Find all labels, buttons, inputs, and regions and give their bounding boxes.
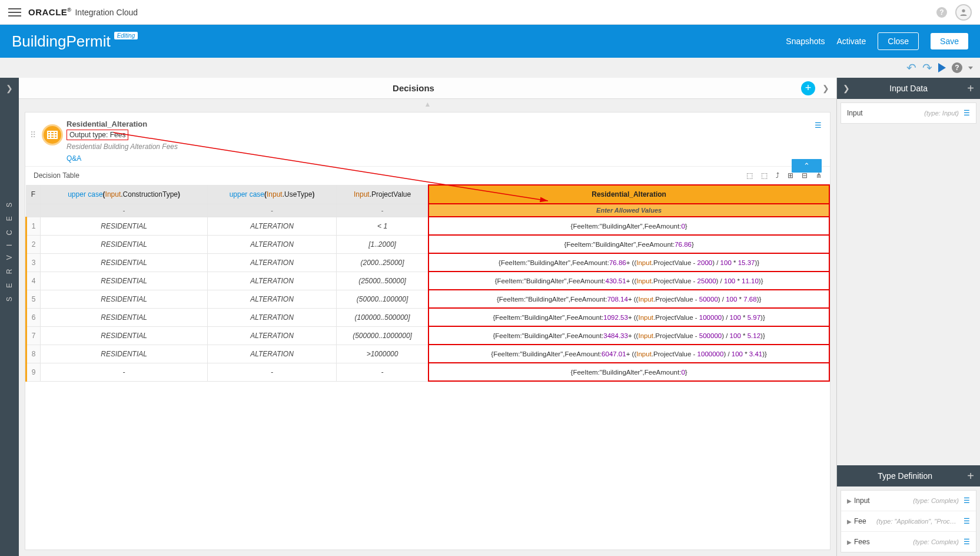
cell-value[interactable]: ALTERATION (208, 290, 337, 308)
cell-value[interactable]: - (41, 363, 208, 381)
cell-value[interactable]: [1..2000] (336, 235, 428, 253)
output-cell[interactable]: {FeeItem:"BuildingAlter",FeeAmount:430.5… (428, 272, 829, 290)
page-header-bar: BuildingPermit Editing Snapshots Activat… (0, 25, 980, 58)
table-row[interactable]: 7RESIDENTIALALTERATION(500000..1000000]{… (26, 326, 830, 345)
services-rail[interactable]: ❯ S E R V I C E S (0, 78, 19, 556)
cell-value[interactable]: (25000..50000] (336, 272, 428, 290)
cell-value[interactable]: ALTERATION (208, 326, 337, 345)
add-type-icon[interactable]: + (967, 469, 974, 483)
cell-value[interactable]: ALTERATION (208, 235, 337, 253)
item-menu-icon[interactable]: ☰ (964, 497, 970, 505)
cell-value[interactable]: (100000..500000] (336, 308, 428, 326)
cell-value[interactable]: ALTERATION (208, 308, 337, 326)
output-cell[interactable]: {FeeItem:"BuildingAlter",FeeAmount:3484.… (428, 326, 829, 345)
input-item[interactable]: Input (type: Input) ☰ (841, 103, 976, 123)
sub-output-allowed[interactable]: Enter Allowed Values (428, 204, 829, 217)
cell-value[interactable]: ALTERATION (208, 253, 337, 272)
item-menu-icon[interactable]: ☰ (964, 538, 970, 546)
output-cell[interactable]: {FeeItem:"BuildingAlter",FeeAmount:1092.… (428, 308, 829, 326)
cell-value[interactable]: (500000..1000000] (336, 326, 428, 345)
table-row[interactable]: 6RESIDENTIALALTERATION(100000..500000]{F… (26, 308, 830, 326)
cell-value[interactable]: RESIDENTIAL (41, 326, 208, 345)
item-menu-icon[interactable]: ☰ (964, 517, 970, 525)
cell-value[interactable]: (50000..100000] (336, 290, 428, 308)
cell-value[interactable]: RESIDENTIAL (41, 272, 208, 290)
sub-dash: - (41, 204, 208, 217)
hamburger-menu-icon[interactable] (8, 6, 21, 19)
chevron-right-icon[interactable]: ❯ (843, 84, 850, 93)
cell-value[interactable]: ALTERATION (208, 272, 337, 290)
run-icon[interactable] (938, 63, 946, 72)
dt-tool-icon-3[interactable]: ⤴ (776, 171, 779, 180)
cell-value[interactable]: - (208, 363, 337, 381)
dropdown-caret-icon[interactable] (968, 67, 973, 70)
cell-value[interactable]: (2000..25000] (336, 253, 428, 272)
type-item[interactable]: ▶Fee(type: "Application", "Processing", … (841, 511, 976, 532)
decision-card: ⠿ Residential_Alteration Output type: Fe… (25, 112, 830, 550)
save-button[interactable]: Save (931, 33, 968, 49)
type-item[interactable]: ▶Fees(type: Complex)☰ (841, 532, 976, 552)
table-row[interactable]: 4RESIDENTIALALTERATION(25000..50000]{Fee… (26, 272, 830, 290)
add-decision-button[interactable]: + (801, 81, 815, 95)
collapse-chevron-icon[interactable]: ▲ (19, 99, 836, 110)
chevron-right-icon[interactable]: ▶ (847, 498, 852, 504)
cell-value[interactable]: RESIDENTIAL (41, 290, 208, 308)
help-icon[interactable]: ? (952, 62, 962, 73)
dt-tool-icon-5[interactable]: ⊟ (802, 171, 808, 180)
collapse-button[interactable]: ⌃ (792, 159, 822, 173)
cell-value[interactable]: RESIDENTIAL (41, 235, 208, 253)
dt-tool-icon-1[interactable]: ⬚ (746, 171, 753, 180)
editing-badge: Editing (114, 32, 138, 39)
output-cell[interactable]: {FeeItem:"BuildingAlter",FeeAmount:708.1… (428, 290, 829, 308)
row-number: 5 (26, 290, 41, 308)
cell-value[interactable]: < 1 (336, 217, 428, 235)
cell-value[interactable]: RESIDENTIAL (41, 253, 208, 272)
type-list: ▶Input(type: Complex)☰▶Fee(type: "Applic… (841, 490, 976, 552)
output-cell[interactable]: {FeeItem:"BuildingAlter",FeeAmount:0} (428, 363, 829, 381)
col-output[interactable]: Residential_Alteration (428, 185, 829, 204)
cell-value[interactable]: RESIDENTIAL (41, 308, 208, 326)
cell-value[interactable]: RESIDENTIAL (41, 217, 208, 235)
undo-icon[interactable]: ↶ (906, 61, 916, 75)
table-row[interactable]: 3RESIDENTIALALTERATION(2000..25000]{FeeI… (26, 253, 830, 272)
redo-icon[interactable]: ↷ (922, 61, 932, 75)
cell-value[interactable]: ALTERATION (208, 345, 337, 363)
col-construction-type[interactable]: upper case(Input.ConstructionType) (41, 185, 208, 204)
item-menu-icon[interactable]: ☰ (964, 109, 970, 117)
output-cell[interactable]: {FeeItem:"BuildingAlter",FeeAmount:0} (428, 217, 829, 235)
cell-value[interactable]: ALTERATION (208, 217, 337, 235)
user-avatar-icon[interactable] (955, 4, 972, 21)
output-cell[interactable]: {FeeItem:"BuildingAlter",FeeAmount:76.86… (428, 253, 829, 272)
snapshots-link[interactable]: Snapshots (786, 37, 825, 46)
table-row[interactable]: 8RESIDENTIALALTERATION>1000000{FeeItem:"… (26, 345, 830, 363)
dt-tool-icon-2[interactable]: ⬚ (761, 171, 768, 180)
output-cell[interactable]: {FeeItem:"BuildingAlter",FeeAmount:76.86… (428, 235, 829, 253)
activate-link[interactable]: Activate (836, 37, 866, 46)
panel-toggle-icon[interactable]: ❯ (822, 84, 829, 93)
qa-link[interactable]: Q&A (67, 154, 81, 163)
card-menu-icon[interactable]: ☰ (815, 121, 822, 130)
table-row[interactable]: 2RESIDENTIALALTERATION[1..2000]{FeeItem:… (26, 235, 830, 253)
close-button[interactable]: Close (878, 32, 919, 50)
dt-tool-icon-6[interactable]: ⋔ (816, 171, 822, 180)
help-icon[interactable]: ? (936, 7, 947, 18)
drag-handle-icon[interactable]: ⠿ (30, 130, 36, 140)
chevron-right-icon[interactable]: ❯ (6, 84, 13, 93)
chevron-right-icon[interactable]: ▶ (847, 518, 852, 525)
row-number: 6 (26, 308, 41, 326)
row-number: 4 (26, 272, 41, 290)
dt-tool-icon-4[interactable]: ⊞ (788, 171, 793, 180)
table-row[interactable]: 5RESIDENTIALALTERATION(50000..100000]{Fe… (26, 290, 830, 308)
add-input-icon[interactable]: + (967, 82, 974, 95)
hit-policy-header[interactable]: F (26, 185, 41, 204)
output-cell[interactable]: {FeeItem:"BuildingAlter",FeeAmount:6047.… (428, 345, 829, 363)
col-project-value[interactable]: Input.ProjectValue (336, 185, 428, 204)
type-item[interactable]: ▶Input(type: Complex)☰ (841, 491, 976, 511)
chevron-right-icon[interactable]: ▶ (847, 539, 852, 545)
cell-value[interactable]: >1000000 (336, 345, 428, 363)
table-row[interactable]: 1RESIDENTIALALTERATION< 1{FeeItem:"Build… (26, 217, 830, 235)
cell-value[interactable]: - (336, 363, 428, 381)
table-row[interactable]: 9---{FeeItem:"BuildingAlter",FeeAmount:0… (26, 363, 830, 381)
col-use-type[interactable]: upper case(Input.UseType) (208, 185, 337, 204)
cell-value[interactable]: RESIDENTIAL (41, 345, 208, 363)
